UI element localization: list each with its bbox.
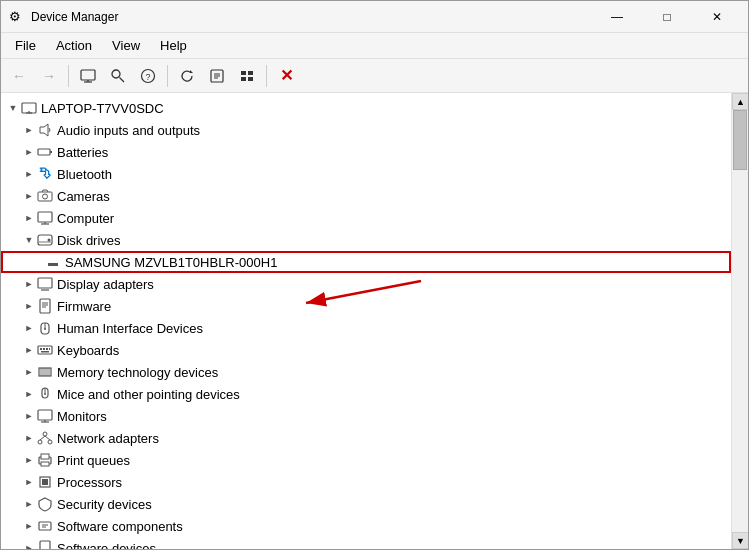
print-label: Print queues — [57, 453, 130, 468]
window-controls: — □ ✕ — [594, 3, 740, 31]
security-expand[interactable]: ► — [21, 496, 37, 512]
svg-text:?: ? — [145, 72, 150, 82]
minimize-button[interactable]: — — [594, 3, 640, 31]
menu-action[interactable]: Action — [46, 35, 102, 57]
tree-memory[interactable]: ► Memory technology devices — [1, 361, 731, 383]
tree-processors[interactable]: ► Processors — [1, 471, 731, 493]
root-expand[interactable]: ▼ — [5, 100, 21, 116]
computer-icon — [37, 210, 53, 226]
toolbar-separator-1 — [68, 65, 69, 87]
back-button[interactable]: ← — [5, 62, 33, 90]
properties-button[interactable] — [203, 62, 231, 90]
tree-network[interactable]: ► Network adapters — [1, 427, 731, 449]
computer-label: Computer — [57, 211, 114, 226]
svg-point-28 — [48, 239, 51, 242]
tree-display-adapters[interactable]: ► Display adapters — [1, 273, 731, 295]
scrollbar-thumb[interactable] — [733, 110, 747, 170]
sw-comp-expand[interactable]: ► — [21, 518, 37, 534]
network-label: Network adapters — [57, 431, 159, 446]
menu-file[interactable]: File — [5, 35, 46, 57]
firmware-expand[interactable]: ► — [21, 298, 37, 314]
print-expand[interactable]: ► — [21, 452, 37, 468]
svg-rect-40 — [40, 348, 42, 350]
computer-expand[interactable]: ► — [21, 210, 37, 226]
tree-bluetooth[interactable]: ► ⮷ Bluetooth — [1, 163, 731, 185]
tree-keyboards[interactable]: ► Keyboards — [1, 339, 731, 361]
tree-root[interactable]: ▼ LAPTOP-T7VV0SDC — [1, 97, 731, 119]
sw-dev-label: Software devices — [57, 541, 156, 550]
device-manager-window: ⚙ Device Manager — □ ✕ File Action View … — [0, 0, 749, 550]
menu-view[interactable]: View — [102, 35, 150, 57]
mice-expand[interactable]: ► — [21, 386, 37, 402]
tree-hid[interactable]: ► Human Interface Devices — [1, 317, 731, 339]
cameras-icon — [37, 188, 53, 204]
tree-software-components[interactable]: ► Software components — [1, 515, 731, 537]
network-expand[interactable]: ► — [21, 430, 37, 446]
display-expand[interactable]: ► — [21, 276, 37, 292]
svg-point-23 — [43, 194, 48, 199]
maximize-button[interactable]: □ — [644, 3, 690, 31]
menu-help[interactable]: Help — [150, 35, 197, 57]
svg-rect-43 — [49, 348, 50, 350]
firmware-icon — [37, 298, 53, 314]
tree-samsung-drive[interactable]: ▬ SAMSUNG MZVLB1T0HBLR-000H1 — [1, 251, 731, 273]
processors-icon — [37, 474, 53, 490]
cameras-expand[interactable]: ► — [21, 188, 37, 204]
svg-rect-24 — [38, 212, 52, 222]
cameras-label: Cameras — [57, 189, 110, 204]
toolbar: ← → ? ✕ — [1, 59, 748, 93]
firmware-label: Firmware — [57, 299, 111, 314]
samsung-icon: ▬ — [45, 254, 61, 270]
refresh-button[interactable] — [173, 62, 201, 90]
samsung-expand — [37, 254, 45, 270]
tree-monitors[interactable]: ► Monitors — [1, 405, 731, 427]
audio-expand[interactable]: ► — [21, 122, 37, 138]
scrollbar-track[interactable] — [732, 110, 748, 532]
svg-marker-7 — [190, 70, 193, 73]
display-icon — [37, 276, 53, 292]
batteries-expand[interactable]: ► — [21, 144, 37, 160]
computer-button[interactable] — [74, 62, 102, 90]
monitors-expand[interactable]: ► — [21, 408, 37, 424]
keyboards-expand[interactable]: ► — [21, 342, 37, 358]
tree-firmware[interactable]: ► Firmware — [1, 295, 731, 317]
tree-panel[interactable]: ▼ LAPTOP-T7VV0SDC ► Audio inputs and out… — [1, 93, 731, 549]
monitors-label: Monitors — [57, 409, 107, 424]
help-button[interactable]: ? — [134, 62, 162, 90]
tree-security[interactable]: ► Security devices — [1, 493, 731, 515]
mice-label: Mice and other pointing devices — [57, 387, 240, 402]
hid-expand[interactable]: ► — [21, 320, 37, 336]
scroll-down-button[interactable]: ▼ — [732, 532, 748, 549]
sw-dev-expand[interactable]: ► — [21, 540, 37, 549]
tree-mice[interactable]: ► Mice and other pointing devices — [1, 383, 731, 405]
forward-button[interactable]: → — [35, 62, 63, 90]
close-button[interactable]: ✕ — [694, 3, 740, 31]
scroll-up-button[interactable]: ▲ — [732, 93, 748, 110]
memory-expand[interactable]: ► — [21, 364, 37, 380]
tree-computer[interactable]: ► Computer — [1, 207, 731, 229]
tree-cameras[interactable]: ► Cameras — [1, 185, 731, 207]
tree-disk-drives[interactable]: ▼ Disk drives — [1, 229, 731, 251]
bluetooth-icon: ⮷ — [37, 166, 53, 182]
search-button[interactable] — [104, 62, 132, 90]
toolbar-separator-2 — [167, 65, 168, 87]
tree-software-devices[interactable]: ► Software devices — [1, 537, 731, 549]
svg-rect-21 — [50, 151, 52, 153]
title-bar: ⚙ Device Manager — □ ✕ — [1, 1, 748, 33]
batteries-icon — [37, 144, 53, 160]
root-icon — [21, 100, 37, 116]
tree-audio[interactable]: ► Audio inputs and outputs — [1, 119, 731, 141]
remove-button[interactable]: ✕ — [272, 62, 300, 90]
svg-point-57 — [43, 432, 47, 436]
keyboards-icon — [37, 342, 53, 358]
bluetooth-expand[interactable]: ► — [21, 166, 37, 182]
scrollbar[interactable]: ▲ ▼ — [731, 93, 748, 549]
processors-expand[interactable]: ► — [21, 474, 37, 490]
tree-batteries[interactable]: ► Batteries — [1, 141, 731, 163]
view-button[interactable] — [233, 62, 261, 90]
content-area: ▼ LAPTOP-T7VV0SDC ► Audio inputs and out… — [1, 93, 748, 549]
svg-rect-41 — [43, 348, 45, 350]
sw-dev-icon — [37, 540, 53, 549]
disk-drives-expand[interactable]: ▼ — [21, 232, 37, 248]
tree-print[interactable]: ► Print queues — [1, 449, 731, 471]
